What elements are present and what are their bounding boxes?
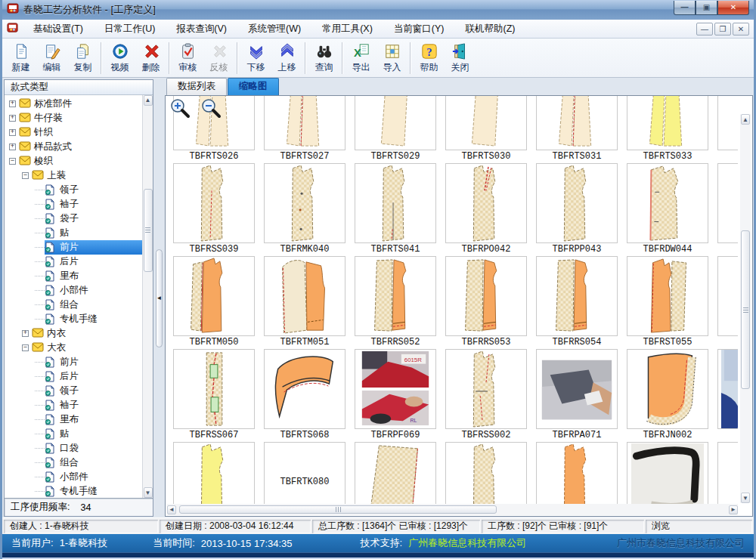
thumbnail-image[interactable]: [264, 349, 345, 429]
toolbar-button-10[interactable]: 查询: [308, 40, 339, 76]
tree-item-小部件[interactable]: 小部件: [5, 283, 142, 298]
expand-plus-icon[interactable]: +: [22, 330, 29, 337]
tree-item-后片[interactable]: 后片: [5, 255, 142, 269]
pattern-thumbnail-TBFRTS033[interactable]: TBFRTS033: [627, 96, 708, 163]
tree-item-贴[interactable]: 贴: [5, 226, 142, 240]
tree-item-领子[interactable]: 领子: [5, 384, 142, 398]
thumbnail-image[interactable]: [536, 96, 618, 150]
toolbar-button-9[interactable]: 上移: [271, 40, 302, 76]
expand-plus-icon[interactable]: +: [9, 129, 16, 136]
pattern-thumbnail-TBFRTS030[interactable]: TBFRTS030: [445, 96, 527, 163]
tree-scroll-down-icon[interactable]: ▼: [144, 487, 153, 498]
collapse-minus-icon[interactable]: −: [22, 344, 29, 351]
thumbnail-image[interactable]: [355, 442, 436, 504]
pattern-thumbnail-TBFRMK040[interactable]: TBFRMK040: [264, 163, 345, 256]
pattern-thumbnail[interactable]: [717, 349, 738, 442]
tree-item-里布[interactable]: 里布: [5, 412, 142, 427]
thumbnail-image[interactable]: [717, 163, 738, 243]
pattern-thumbnail[interactable]: [445, 442, 527, 504]
tree-item-前片[interactable]: 前片: [5, 240, 142, 255]
toolbar-button-14[interactable]: 关闭: [445, 40, 476, 76]
close-button[interactable]: ✕: [717, 1, 749, 15]
pattern-thumbnail[interactable]: [536, 442, 618, 504]
grid-vertical-scrollbar[interactable]: ▲ ▼: [740, 114, 751, 503]
zoom-out-icon[interactable]: [201, 98, 222, 122]
tree-item-贴[interactable]: 贴: [5, 427, 142, 441]
pattern-thumbnail-TBFRJN002[interactable]: TBFRJN002: [627, 349, 708, 442]
thumbnail-image[interactable]: [536, 163, 618, 243]
pattern-thumbnail-TBFRTS068[interactable]: TBFRTS068: [264, 349, 345, 442]
menu-item-7[interactable]: 联机帮助(Z): [457, 20, 522, 38]
pattern-thumbnail-TBFRRS052[interactable]: TBFRRS052: [355, 256, 436, 349]
tree-item-领子[interactable]: 领子: [5, 183, 142, 197]
pattern-thumbnail-TBFRSS039[interactable]: TBFRSS039: [173, 163, 255, 256]
tree-item-里布[interactable]: 里布: [5, 269, 142, 283]
pattern-thumbnail-TBFRSS067[interactable]: TBFRSS067: [173, 349, 255, 442]
pattern-thumbnail-TBFRSS002[interactable]: TBFRSS002: [445, 349, 527, 442]
pattern-thumbnail-TBFRTS041[interactable]: TBFRTS041: [355, 163, 436, 256]
maximize-button[interactable]: ▣: [696, 1, 717, 15]
pattern-thumbnail-TBFRST055[interactable]: TBFRST055: [627, 256, 708, 349]
thumbnail-image[interactable]: [445, 96, 527, 150]
tree-item-标准部件[interactable]: +标准部件: [5, 97, 142, 111]
minimize-button[interactable]: —: [674, 1, 696, 15]
pattern-thumbnail-TBFRTM051[interactable]: TBFRTM051: [264, 256, 345, 349]
tree-item-袖子[interactable]: 袖子: [5, 398, 142, 412]
thumbnail-image[interactable]: [536, 349, 618, 429]
toolbar-button-5[interactable]: 删除: [135, 40, 166, 76]
pattern-thumbnail[interactable]: [717, 442, 738, 504]
mdi-close-button[interactable]: ✕: [733, 23, 749, 36]
pattern-thumbnail-TBFRDW044[interactable]: TBFRDW044: [627, 163, 708, 256]
grid-scroll-up-icon[interactable]: ▲: [741, 114, 750, 125]
tree-item-袖子[interactable]: 袖子: [5, 197, 142, 212]
toolbar-button-12[interactable]: 导入: [376, 40, 407, 76]
thumbnail-image[interactable]: [264, 256, 345, 336]
thumbnail-image[interactable]: [627, 96, 708, 150]
tree-item-专机手缝[interactable]: 专机手缝: [5, 484, 142, 498]
toolbar-button-11[interactable]: X导出: [345, 40, 376, 76]
thumbnail-image[interactable]: [173, 256, 255, 336]
thumbnail-image[interactable]: TBFRTK080: [264, 442, 345, 504]
thumbnail-image[interactable]: [445, 349, 527, 429]
thumbnail-image[interactable]: [717, 349, 738, 429]
zoom-in-icon[interactable]: [170, 98, 191, 122]
thumbnail-image[interactable]: [445, 256, 527, 336]
pattern-thumbnail[interactable]: [355, 442, 436, 504]
thumbnail-image[interactable]: [627, 442, 708, 504]
toolbar-button-1[interactable]: 新建: [5, 40, 36, 76]
toolbar-button-4[interactable]: 视频: [104, 40, 135, 76]
splitter-collapse-handle[interactable]: ◄: [156, 249, 163, 347]
tree-item-组合[interactable]: 组合: [5, 456, 142, 470]
pattern-thumbnail-TBFRTS027[interactable]: TBFRTS027: [264, 96, 345, 163]
panel-splitter[interactable]: ◄: [153, 79, 165, 517]
tree-item-小部件[interactable]: 小部件: [5, 470, 142, 484]
thumbnail-image[interactable]: [355, 256, 436, 336]
menu-item-2[interactable]: 日常工作(U): [97, 20, 163, 38]
tree-scroll-thumb[interactable]: [144, 189, 153, 272]
thumbnail-image[interactable]: [536, 442, 618, 504]
menu-item-6[interactable]: 当前窗口(Y): [386, 20, 452, 38]
tree-scrollbar[interactable]: ▲ ▼: [142, 95, 153, 498]
thumbnail-image[interactable]: [717, 96, 738, 150]
grid-scroll-down-icon[interactable]: ▼: [741, 493, 750, 503]
thumbnail-image[interactable]: [536, 256, 618, 336]
mdi-restore-button[interactable]: ❐: [714, 23, 731, 36]
tab-thumbnails[interactable]: 缩略图: [228, 78, 279, 95]
toolbar-button-2[interactable]: 编辑: [36, 40, 67, 76]
tree-item-梭织[interactable]: −梭织: [5, 154, 142, 168]
tree-item-内衣[interactable]: +内衣: [5, 326, 142, 341]
grid-scroll-left-icon[interactable]: ◄: [167, 505, 176, 514]
tree-item-上装[interactable]: −上装: [5, 168, 142, 183]
menu-item-3[interactable]: 报表查询(V): [169, 20, 234, 38]
tab-data-list[interactable]: 数据列表: [166, 78, 227, 95]
thumbnail-image[interactable]: [627, 256, 708, 336]
tree-scroll-up-icon[interactable]: ▲: [144, 95, 153, 106]
pattern-thumbnail[interactable]: [717, 96, 738, 163]
thumbnail-image[interactable]: [173, 349, 255, 429]
expand-plus-icon[interactable]: +: [9, 115, 16, 122]
menu-item-4[interactable]: 系统管理(W): [240, 20, 308, 38]
expand-plus-icon[interactable]: +: [9, 100, 16, 107]
toolbar-button-6[interactable]: 审核: [172, 40, 203, 76]
pattern-thumbnail-TBFRRS053[interactable]: TBFRRS053: [445, 256, 527, 349]
pattern-thumbnail-TBFRPF069[interactable]: 6015RRLTBFRPF069: [355, 349, 436, 442]
